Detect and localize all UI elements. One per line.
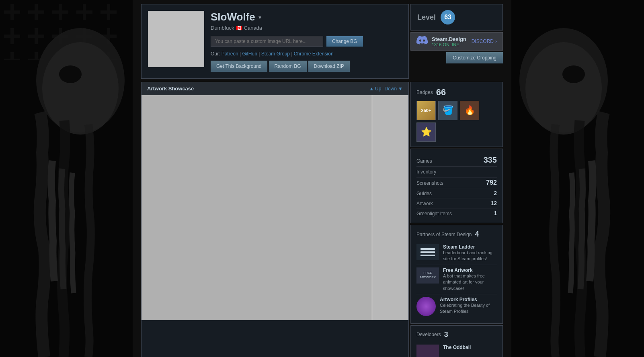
chevron-right-icon: › [495,39,497,44]
alias-row: Dumbfuck 🇨🇦 Canada [211,25,402,31]
badges-section: Badges 66 250+ 🪣 🔥 ⭐ [410,82,503,147]
github-link[interactable]: GitHub [242,51,257,57]
artwork-label: Artwork [416,201,433,206]
games-label: Games [416,158,432,164]
main-container: SloWolfe ▾ Dumbfuck 🇨🇦 Canada Change BG … [141,0,503,357]
artwork-profiles-logo [416,297,436,316]
partners-section: Partners of Steam.Design 4 Steam Ladder [410,225,503,324]
badges-count: 66 [436,87,446,98]
showcase-header: Artwork Showcase ▲ Up Down ▼ [142,82,408,95]
guides-label: Guides [416,191,432,196]
discord-info: Steam.Design 1316 ONLINE [432,36,468,47]
screenshots-value: 792 [486,179,497,186]
artwork-stat-row: Artwork 12 [416,198,497,208]
greenlight-value: 1 [494,210,497,216]
badge-star-item[interactable]: ⭐ [416,122,436,142]
links-prefix: Our: [211,51,220,57]
svg-point-9 [525,42,602,135]
showcase-content [142,95,408,320]
links-row: Our: Patreon | GitHub | Steam Group | Ch… [211,51,402,57]
inventory-label: Inventory [416,169,436,175]
skull-right-decoration [511,0,644,357]
developers-label-row: Developers 3 [416,330,497,339]
svg-rect-12 [420,251,435,253]
avatar [148,11,204,67]
badges-label: Badges [416,90,433,95]
showcase-title: Artwork Showcase [147,86,194,92]
screenshots-label: Screenshots [416,180,443,186]
oddball-name: The Oddball [443,345,471,350]
discord-logo-icon [416,36,428,47]
steam-ladder-desc: Leaderboard and ranking site for Steam p… [443,250,497,262]
partner-steam-ladder[interactable]: Steam Ladder Leaderboard and ranking sit… [416,242,497,265]
free-artwork-info: Free Artwork A bot that makes free anima… [443,267,497,292]
stats-section: Games 335 Inventory Screenshots 792 Guid… [410,149,503,223]
flag-icon: 🇨🇦 [236,25,242,31]
patreon-link[interactable]: Patreon [222,51,238,57]
username-row: SloWolfe ▾ [211,11,402,23]
developer-oddball[interactable]: The Oddball [416,342,497,357]
steam-ladder-name: Steam Ladder [443,244,497,250]
customize-cropping-button[interactable]: Customize Cropping [446,52,503,63]
greenlight-stat-row: Greenlight Items 1 [416,208,497,218]
free-artwork-name: Free Artwork [443,267,497,273]
svg-rect-13 [420,255,435,256]
chrome-extension-link[interactable]: Chrome Extension [294,51,334,57]
inventory-stat-row: Inventory [416,167,497,177]
badge-cauldron-item[interactable]: 🪣 [438,101,457,120]
discord-join[interactable]: DISCORD › [472,39,497,44]
discord-online: 1316 ONLINE [432,42,468,47]
artwork-main-image [142,95,372,320]
badge-flame-item[interactable]: 🔥 [460,101,479,120]
down-icon: ▼ [398,86,403,92]
artwork-profiles-info: Artwork Profiles Celebrating the Beauty … [440,297,497,315]
showcase-panel: Artwork Showcase ▲ Up Down ▼ [141,82,409,357]
svg-rect-11 [420,248,435,250]
username: SloWolfe [211,11,255,23]
profile-header: SloWolfe ▾ Dumbfuck 🇨🇦 Canada Change BG … [141,4,409,79]
level-label: Level [417,13,436,22]
partner-free-artwork[interactable]: FREEARTWORK Free Artwork A bot that make… [416,265,497,294]
artwork-value: 12 [490,200,497,206]
profile-info: SloWolfe ▾ Dumbfuck 🇨🇦 Canada Change BG … [211,11,402,72]
free-artwork-logo: FREEARTWORK [416,267,439,284]
oddball-logo [416,345,439,357]
random-bg-button[interactable]: Random BG [269,61,307,72]
guides-value: 2 [494,190,497,196]
games-value: 335 [484,155,497,165]
discord-name: Steam.Design [432,36,468,42]
bg-url-row: Change BG [211,36,402,47]
change-bg-button[interactable]: Change BG [326,36,363,47]
artwork-profiles-desc: Celebrating the Beauty of Steam Profiles [440,302,497,315]
level-number: 63 [441,10,455,24]
steam-ladder-info: Steam Ladder Leaderboard and ranking sit… [443,244,497,262]
skull-left-decoration [0,0,133,357]
get-background-button[interactable]: Get This Background [211,61,267,72]
svg-point-10 [562,65,585,83]
partners-label: Partners of Steam.Design [416,232,472,237]
up-icon: ▲ [369,86,374,92]
developers-count: 3 [444,330,448,339]
steam-group-link[interactable]: Steam Group [261,51,290,57]
partners-count: 4 [475,230,479,239]
bg-url-input[interactable] [211,36,323,47]
greenlight-label: Greenlight Items [416,211,452,216]
showcase-nav: ▲ Up Down ▼ [369,86,403,92]
dropdown-arrow-icon[interactable]: ▾ [258,14,261,20]
steam-ladder-logo [416,244,439,260]
showcase-down-button[interactable]: Down ▼ [384,86,403,92]
download-zip-button[interactable]: Download ZIP [308,61,350,72]
oddball-info: The Oddball [443,345,471,350]
showcase-up-button[interactable]: ▲ Up [369,86,381,92]
stats-panel: Badges 66 250+ 🪣 🔥 ⭐ Games 335 [410,82,503,357]
discord-banner[interactable]: Steam.Design 1316 ONLINE DISCORD › [410,32,503,51]
country-text: Canada [244,25,263,31]
screenshots-stat-row: Screenshots 792 [416,177,497,188]
free-artwork-desc: A bot that makes free animated art for y… [443,273,497,292]
badge-250-item[interactable]: 250+ [416,101,436,120]
artwork-side-image [372,95,408,320]
svg-point-6 [59,65,82,83]
guides-stat-row: Guides 2 [416,188,497,198]
partner-artwork-profiles[interactable]: Artwork Profiles Celebrating the Beauty … [416,294,497,318]
action-buttons: Get This Background Random BG Download Z… [211,61,402,72]
